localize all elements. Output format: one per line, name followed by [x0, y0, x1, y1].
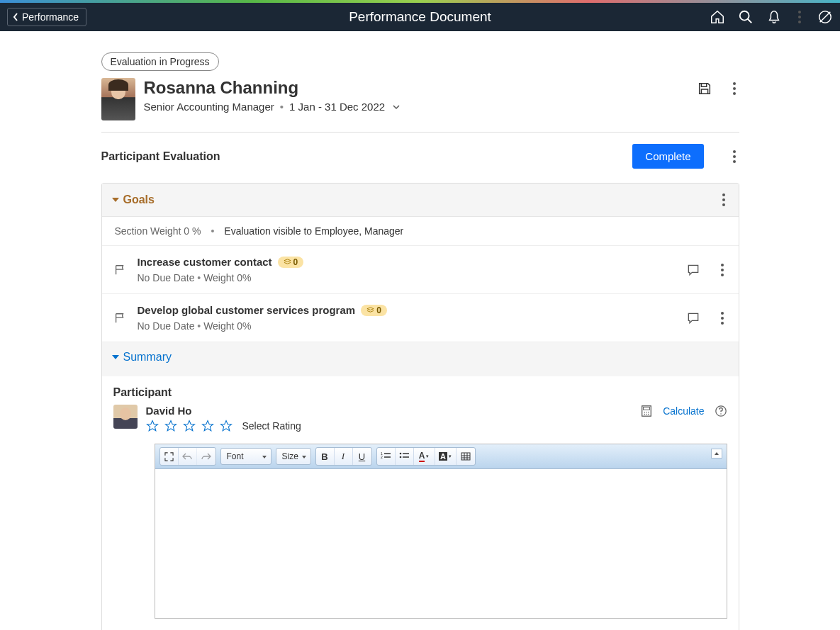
size-select[interactable]: Size: [276, 448, 311, 465]
employee-subtitle: Senior Accounting Manager • 1 Jan - 31 D…: [144, 101, 403, 113]
bullet-list-button[interactable]: [396, 448, 414, 465]
save-icon[interactable]: [697, 81, 712, 96]
bell-icon[interactable]: [766, 9, 782, 25]
topbar-actions: [710, 9, 833, 25]
badge-count: 0: [293, 257, 298, 267]
topbar: Performance Performance Document: [0, 3, 840, 31]
main-scroll[interactable]: Evaluation in Progress Rosanna Channing …: [0, 31, 840, 630]
history-group: [159, 447, 216, 466]
redo-icon: [201, 452, 211, 461]
goal-more-icon[interactable]: [717, 310, 727, 326]
table-button[interactable]: [457, 448, 475, 465]
goals-title: Goals: [123, 193, 155, 206]
page-title: Performance Document: [349, 9, 491, 25]
maximize-button[interactable]: [160, 448, 179, 465]
goals-panel: Goals Section Weight 0 % • Evaluation vi…: [101, 183, 739, 630]
separator-dot: •: [280, 101, 284, 113]
comment-icon[interactable]: [686, 263, 700, 277]
participant-row: David Ho Select Rating Calculate: [113, 405, 727, 432]
stack-icon: [366, 306, 374, 314]
redo-button[interactable]: [197, 448, 215, 465]
font-select[interactable]: Font: [220, 448, 271, 465]
stack-icon: [284, 258, 291, 266]
back-label: Performance: [22, 11, 79, 23]
summary-header[interactable]: Summary: [102, 342, 739, 372]
goal-more-icon[interactable]: [717, 262, 727, 278]
goals-subheader: Section Weight 0 % • Evaluation visible …: [102, 217, 739, 246]
rich-text-editor: Font Size B I U 12: [155, 444, 727, 619]
comment-icon[interactable]: [686, 311, 700, 325]
svg-point-16: [400, 453, 402, 455]
goal-weight: Weight 0%: [203, 272, 251, 283]
svg-point-18: [400, 456, 402, 459]
collapse-toolbar-button[interactable]: [711, 449, 722, 459]
rating-row: Select Rating: [146, 420, 301, 432]
undo-icon: [182, 452, 192, 461]
employee-name: Rosanna Channing: [144, 78, 403, 98]
bg-color-button[interactable]: A▾: [435, 448, 457, 465]
badge-count: 0: [376, 305, 381, 315]
star-icon[interactable]: [164, 420, 177, 432]
goal-title-row: Develop global customer services program…: [138, 304, 675, 316]
header-more-icon[interactable]: [729, 81, 739, 96]
svg-rect-20: [461, 453, 470, 460]
ordered-list-icon: 12: [381, 452, 391, 461]
back-button[interactable]: Performance: [7, 8, 86, 26]
goal-actions: [686, 310, 727, 326]
goals-header[interactable]: Goals: [102, 184, 739, 217]
svg-point-9: [648, 414, 649, 415]
help-icon[interactable]: [715, 405, 727, 417]
svg-point-11: [720, 413, 722, 415]
topbar-more-icon[interactable]: [795, 9, 805, 25]
goals-more-icon[interactable]: [719, 192, 729, 208]
calculate-link[interactable]: Calculate: [663, 405, 704, 417]
goal-item[interactable]: Increase customer contact 0 No Due Date …: [102, 246, 739, 294]
editor-body[interactable]: [155, 469, 727, 618]
participant-avatar: [113, 405, 138, 429]
caret-down-icon: [112, 198, 119, 202]
bold-button[interactable]: B: [316, 448, 335, 465]
participant-info: David Ho Select Rating: [146, 405, 301, 432]
list-color-group: 12 A▾ A▾: [376, 447, 476, 466]
status-badge: Evaluation in Progress: [101, 52, 219, 71]
table-icon: [461, 452, 471, 461]
rating-placeholder: Select Rating: [242, 420, 301, 432]
goal-actions: [686, 262, 727, 278]
svg-point-5: [646, 412, 646, 412]
home-icon[interactable]: [710, 9, 725, 25]
svg-point-8: [646, 414, 646, 415]
star-icon[interactable]: [146, 420, 159, 432]
divider: [101, 132, 739, 133]
svg-point-4: [644, 412, 645, 412]
underline-button[interactable]: U: [353, 448, 371, 465]
header-actions: [697, 78, 739, 96]
star-icon[interactable]: [183, 420, 196, 432]
chevron-left-icon: [12, 12, 19, 22]
ordered-list-button[interactable]: 12: [377, 448, 396, 465]
chevron-down-icon[interactable]: [391, 101, 402, 113]
compass-icon[interactable]: [817, 9, 833, 25]
caret-down-icon: [112, 355, 119, 359]
search-icon[interactable]: [738, 9, 754, 25]
star-icon[interactable]: [220, 420, 233, 432]
section-weight: Section Weight 0 %: [115, 225, 201, 237]
evaluation-more-icon[interactable]: [729, 149, 739, 164]
calculator-icon[interactable]: [640, 405, 653, 417]
goal-meta: No Due Date • Weight 0%: [138, 320, 675, 332]
goal-meta: No Due Date • Weight 0%: [138, 272, 675, 283]
stack-badge: 0: [278, 257, 304, 268]
employee-avatar: [101, 78, 135, 120]
goal-item[interactable]: Develop global customer services program…: [102, 294, 739, 342]
flag-icon: [113, 312, 126, 325]
text-color-button[interactable]: A▾: [414, 448, 435, 465]
complete-button[interactable]: Complete: [632, 144, 703, 169]
undo-button[interactable]: [179, 448, 197, 465]
job-title: Senior Accounting Manager: [144, 101, 274, 113]
participant-label: Participant: [113, 386, 727, 399]
participant-actions: Calculate: [640, 405, 727, 417]
goal-weight: Weight 0%: [203, 320, 251, 332]
goal-due: No Due Date: [138, 320, 195, 332]
star-icon[interactable]: [201, 420, 214, 432]
italic-button[interactable]: I: [335, 448, 353, 465]
bullet-list-icon: [399, 452, 409, 461]
